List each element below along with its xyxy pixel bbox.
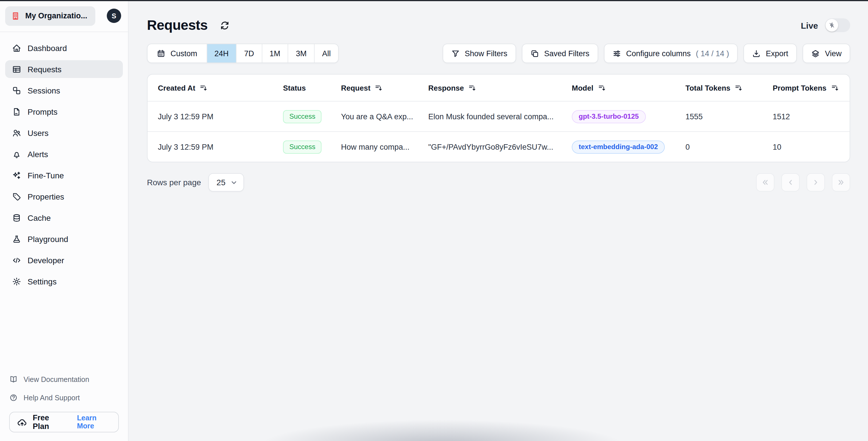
time-range-label: Custom	[170, 49, 197, 58]
sort-icon	[735, 84, 743, 92]
time-range-custom[interactable]: Custom	[148, 44, 206, 63]
sidebar-item-developer[interactable]: Developer	[5, 251, 123, 269]
window-top-edge	[0, 0, 868, 1]
first-page-button[interactable]	[756, 173, 774, 192]
flask-icon	[12, 234, 21, 243]
help-and-support-link[interactable]: Help And Support	[9, 394, 119, 402]
time-range-3m[interactable]: 3M	[288, 44, 314, 63]
help-icon	[9, 394, 18, 402]
sidebar-item-label: Alerts	[28, 149, 48, 159]
live-label: Live	[801, 20, 818, 30]
live-toggle[interactable]	[825, 19, 850, 32]
chevron-down-icon	[230, 179, 238, 186]
time-range-selector: Custom 24H 7D 1M 3M All	[147, 43, 339, 63]
time-range-7d[interactable]: 7D	[236, 44, 262, 63]
sidebar-item-requests[interactable]: Requests	[5, 60, 123, 78]
last-page-button[interactable]	[832, 173, 850, 192]
model-badge: gpt-3.5-turbo-0125	[572, 110, 646, 123]
sidebar-item-prompts[interactable]: Prompts	[5, 103, 123, 121]
cell-model: gpt-3.5-turbo-0125	[572, 110, 685, 123]
cell-response: Elon Musk founded several compa...	[428, 112, 572, 121]
sidebar-item-label: Prompts	[28, 107, 57, 116]
status-badge: Success	[283, 140, 322, 154]
column-header-request[interactable]: Request	[341, 83, 428, 92]
view-button[interactable]: View	[803, 43, 850, 63]
sidebar-item-properties[interactable]: Properties	[5, 188, 123, 205]
sidebar-item-fine-tune[interactable]: Fine-Tune	[5, 166, 123, 184]
page-header: Requests Live	[147, 17, 850, 33]
sidebar-header: My Organizatio... S	[0, 0, 128, 32]
toolbar-actions: Show Filters Saved Filters Configure col…	[442, 43, 850, 63]
chevrons-left-icon	[761, 178, 769, 186]
pagination: Rows per page 25	[147, 173, 850, 192]
time-range-1m[interactable]: 1M	[261, 44, 288, 63]
configure-columns-button[interactable]: Configure columns ( 14 / 14 )	[603, 43, 738, 63]
cell-model: text-embedding-ada-002	[572, 140, 685, 154]
rows-per-page-label: Rows per page	[147, 178, 201, 187]
sidebar-item-label: Settings	[28, 277, 57, 286]
time-range-label: 1M	[270, 49, 280, 58]
show-filters-button[interactable]: Show Filters	[442, 43, 516, 63]
refresh-button[interactable]	[220, 20, 229, 30]
export-button[interactable]: Export	[743, 43, 797, 63]
building-icon	[11, 11, 20, 20]
sidebar-item-label: Properties	[28, 192, 64, 201]
sidebar-item-dashboard[interactable]: Dashboard	[5, 39, 123, 57]
column-header-status[interactable]: Status	[283, 83, 341, 92]
tag-icon	[12, 192, 21, 201]
time-range-label: 3M	[296, 49, 307, 58]
sidebar-item-sessions[interactable]: Sessions	[5, 81, 123, 99]
plan-label: Free Plan	[33, 413, 63, 431]
rows-per-page-select[interactable]: 25	[208, 173, 244, 192]
cell-status: Success	[283, 140, 341, 154]
table-header-row: Created At Status Request Response Model	[148, 74, 849, 101]
cell-total-tokens: 1555	[685, 112, 773, 121]
sidebar-item-playground[interactable]: Playground	[5, 230, 123, 248]
time-range-24h[interactable]: 24H	[206, 44, 236, 63]
main-content: Requests Live	[129, 0, 868, 441]
rows-per-page-value: 25	[216, 178, 225, 187]
previous-page-button[interactable]	[781, 173, 800, 192]
sidebar-item-label: Users	[28, 128, 49, 137]
org-selector-button[interactable]: My Organizatio...	[5, 6, 95, 26]
time-range-all[interactable]: All	[314, 44, 338, 63]
table-row[interactable]: July 3 12:59 PM Success How many compa..…	[148, 131, 849, 162]
configure-columns-count: ( 14 / 14 )	[696, 49, 729, 58]
sort-icon	[831, 84, 838, 92]
saved-filters-button[interactable]: Saved Filters	[522, 43, 598, 63]
sort-icon	[468, 84, 476, 92]
cell-status: Success	[283, 110, 341, 123]
funnel-icon	[451, 49, 460, 58]
sort-icon	[200, 84, 208, 92]
column-header-total-tokens[interactable]: Total Tokens	[685, 83, 773, 92]
sort-icon	[375, 84, 383, 92]
cell-created-at: July 3 12:59 PM	[158, 112, 283, 121]
plan-banner[interactable]: Free Plan Learn More	[9, 412, 119, 432]
cell-response: "GF+/PAvdYbyrrGo8yFz6vIeSU7w...	[428, 142, 572, 151]
requests-table: Created At Status Request Response Model	[147, 74, 850, 162]
sliders-icon	[612, 49, 621, 58]
database-icon	[12, 213, 21, 222]
home-icon	[12, 43, 21, 53]
sidebar-item-label: Playground	[28, 234, 68, 243]
chevrons-right-icon	[837, 178, 845, 186]
app-window: My Organizatio... S Dashboard Requests	[0, 0, 868, 441]
calendar-icon	[157, 49, 165, 58]
sidebar-item-cache[interactable]: Cache	[5, 209, 123, 227]
table-row[interactable]: July 3 12:59 PM Success You are a Q&A ex…	[148, 101, 849, 131]
sidebar-item-alerts[interactable]: Alerts	[5, 145, 123, 163]
column-header-prompt-tokens[interactable]: Prompt Tokens	[773, 83, 849, 92]
sidebar-item-settings[interactable]: Settings	[5, 272, 123, 290]
avatar[interactable]: S	[107, 9, 121, 23]
learn-more-link[interactable]: Learn More	[77, 414, 111, 430]
sidebar-item-users[interactable]: Users	[5, 124, 123, 142]
sidebar-item-label: Fine-Tune	[28, 171, 64, 180]
view-documentation-link[interactable]: View Documentation	[9, 375, 119, 384]
column-header-created-at[interactable]: Created At	[158, 83, 283, 92]
column-header-model[interactable]: Model	[572, 83, 685, 92]
sidebar-item-label: Developer	[28, 256, 64, 265]
next-page-button[interactable]	[807, 173, 825, 192]
time-range-label: 7D	[244, 49, 254, 58]
sort-icon	[598, 84, 606, 92]
column-header-response[interactable]: Response	[428, 83, 572, 92]
